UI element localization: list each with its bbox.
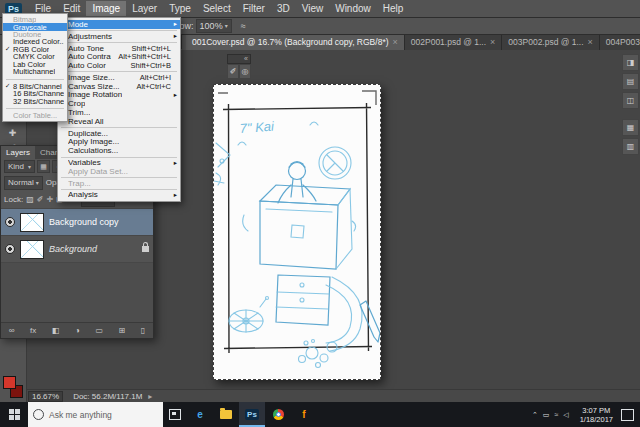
layer-row[interactable]: Background xyxy=(1,236,153,263)
collapsed-panel-icon[interactable]: ▦ xyxy=(622,119,639,136)
blend-mode-dropdown[interactable]: Normal ▾ xyxy=(4,176,43,190)
layer-thumbnail[interactable] xyxy=(20,240,44,259)
panel-tab[interactable]: Layers xyxy=(1,146,35,159)
menu-item[interactable]: Color Table... xyxy=(3,112,67,119)
collapsed-panel-icon[interactable]: ◨ xyxy=(622,54,639,71)
submenu-arrow-icon: ▸ xyxy=(171,20,177,28)
layer-thumbnail[interactable] xyxy=(20,213,44,232)
menubar-item[interactable]: Layer xyxy=(126,1,163,16)
menubar-item[interactable]: Select xyxy=(197,1,237,16)
menu-item[interactable]: Mode ▸ xyxy=(58,20,180,29)
visibility-eye-icon[interactable] xyxy=(5,244,15,254)
firefox-icon[interactable]: f xyxy=(291,402,317,427)
menu-item[interactable]: Apply Image... xyxy=(58,138,180,147)
menubar-item[interactable]: Type xyxy=(163,1,197,16)
volume-icon[interactable]: ◁ xyxy=(563,411,568,419)
cortana-search-box[interactable]: Ask me anything xyxy=(28,402,163,427)
link-layers-icon[interactable]: ∞ xyxy=(9,326,15,335)
menubar-item[interactable]: View xyxy=(296,1,330,16)
start-button[interactable] xyxy=(0,402,28,427)
lock-image-icon[interactable]: ✐ xyxy=(37,195,44,204)
document-tab[interactable]: 001Cover.psd @ 16.7% (Background copy, R… xyxy=(186,34,405,50)
battery-icon[interactable]: ▭ xyxy=(543,411,550,419)
menubar-item[interactable]: Image xyxy=(86,1,126,16)
tray-expand-icon[interactable]: ⌃ xyxy=(532,411,538,419)
tab-close-icon[interactable]: × xyxy=(490,37,495,47)
menu-item[interactable]: Crop xyxy=(58,99,180,108)
file-explorer-icon[interactable] xyxy=(213,402,239,427)
menu-item[interactable]: Reveal All xyxy=(58,117,180,126)
system-tray: ⌃ ▭ ≈ ◁ 3:07 PM 1/18/2017 xyxy=(527,402,640,427)
menu-item[interactable]: Calculations... xyxy=(58,146,180,155)
menu-item[interactable]: Trap... xyxy=(58,179,180,188)
menu-item[interactable]: Auto Tone Shift+Ctrl+L xyxy=(58,44,180,53)
document-tab[interactable]: 003P002.psd @ 1... × xyxy=(502,34,600,50)
windows-taskbar: Ask me anything e Ps f xyxy=(0,402,640,427)
chrome-icon[interactable] xyxy=(265,402,291,427)
menu-item[interactable]: Duplicate... xyxy=(58,129,180,138)
menu-item[interactable]: Apply Data Set... xyxy=(58,167,180,176)
adjustment-layer-icon[interactable]: ◑ xyxy=(75,326,80,335)
submenu-arrow-icon: ▸ xyxy=(171,91,177,99)
menubar-item[interactable]: Help xyxy=(377,1,410,16)
checkmark-icon: ✓ xyxy=(5,45,13,53)
lock-position-icon[interactable]: ✛ xyxy=(46,195,53,204)
menu-item[interactable]: Variables ▸ xyxy=(58,158,180,167)
menu-item[interactable]: Image Size... Alt+Ctrl+I xyxy=(58,73,180,82)
flow-dropdown[interactable]: 100% ▾ xyxy=(196,19,232,33)
menu-item[interactable]: Trim... xyxy=(58,108,180,117)
collapsed-panel-icon[interactable]: ◫ xyxy=(622,92,639,109)
layer-lock-icon xyxy=(142,246,149,252)
document-size-info: Doc: 56.2M/117.1M xyxy=(73,392,142,401)
tab-close-icon[interactable]: × xyxy=(588,37,593,47)
clone-source-panel-icon[interactable]: ◎ xyxy=(239,64,251,79)
menu-item[interactable]: Analysis ▸ xyxy=(58,191,180,200)
menubar: Ps File Edit Image Layer Type Select Fil… xyxy=(0,0,640,18)
foreground-color-swatch[interactable] xyxy=(3,376,16,389)
lock-transparency-icon[interactable]: ▨ xyxy=(26,195,34,204)
mode-submenu: Bitmap Grayscale Duotone Indexed Color..… xyxy=(2,13,68,122)
task-view-button[interactable] xyxy=(163,402,187,427)
visibility-eye-icon[interactable] xyxy=(5,217,15,227)
menubar-item[interactable]: 3D xyxy=(271,1,296,16)
layer-effects-icon[interactable]: fx xyxy=(30,326,36,335)
new-layer-icon[interactable]: ⊞ xyxy=(119,326,126,335)
airbrush-icon[interactable]: ≈ xyxy=(236,19,251,32)
layer-list: Background copy Background xyxy=(1,209,153,322)
menu-item[interactable]: Canvas Size... Alt+Ctrl+C xyxy=(58,82,180,91)
layer-row[interactable]: Background copy xyxy=(1,209,153,236)
status-menu-arrow-icon[interactable]: ▸ xyxy=(148,392,152,401)
zoom-level-field[interactable]: 16.67% xyxy=(28,391,63,402)
layer-mask-icon[interactable]: ◧ xyxy=(52,326,60,335)
filter-pixel-layers-icon[interactable]: ▦ xyxy=(37,160,50,173)
edge-icon[interactable]: e xyxy=(187,402,213,427)
panel-collapse-icon[interactable]: « xyxy=(227,54,251,64)
taskbar-clock[interactable]: 3:07 PM 1/18/2017 xyxy=(574,406,619,424)
menubar-item[interactable]: Window xyxy=(329,1,377,16)
layer-group-icon[interactable]: ▭ xyxy=(95,326,103,335)
brush-panel-icon[interactable]: ✐ xyxy=(227,64,239,79)
chevron-down-icon: ▾ xyxy=(28,163,31,170)
document-tab[interactable]: 004P003.psd @ 1... × xyxy=(600,34,640,50)
action-center-icon[interactable] xyxy=(621,409,634,421)
delete-layer-icon[interactable]: ▯ xyxy=(141,326,145,335)
document-tab[interactable]: 002P001.psd @ 1... × xyxy=(405,34,503,50)
tab-close-icon[interactable]: × xyxy=(393,37,398,47)
menubar-item[interactable]: Filter xyxy=(237,1,271,16)
photoshop-icon[interactable]: Ps xyxy=(239,402,265,427)
chevron-down-icon: ▾ xyxy=(225,22,228,29)
filter-kind-dropdown[interactable]: Kind ▾ xyxy=(4,160,35,173)
menu-item[interactable]: Image Rotation ▸ xyxy=(58,91,180,100)
document-canvas[interactable]: 7" Kai xyxy=(213,84,381,380)
healing-brush-tool-icon[interactable]: ✚ xyxy=(0,125,25,140)
collapsed-panel-icon[interactable]: ▤ xyxy=(622,73,639,90)
menu-item[interactable]: Auto Contrast Alt+Shift+Ctrl+L xyxy=(58,52,180,61)
menu-item[interactable]: Multichannel xyxy=(3,68,67,75)
network-icon[interactable]: ≈ xyxy=(554,411,558,418)
menu-item[interactable]: 32 Bits/Channel xyxy=(3,97,67,104)
right-panel-dock: ◨ ▤ ◫ ▦ ▥ xyxy=(622,54,639,157)
menu-item[interactable]: Adjustments ▸ xyxy=(58,32,180,41)
menu-item[interactable]: Auto Color Shift+Ctrl+B xyxy=(58,61,180,70)
collapsed-panel-icon[interactable]: ▥ xyxy=(622,138,639,155)
floating-panel-dock: « ✐ ◎ xyxy=(227,54,251,79)
